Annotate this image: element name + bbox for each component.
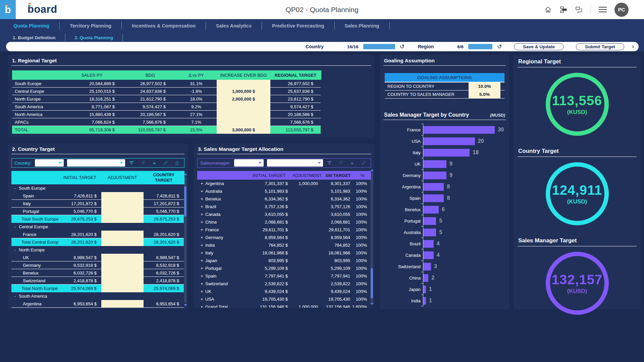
table-row[interactable]: +India 764,852 $ 764,852 100% [197, 241, 371, 249]
country-progress-bar[interactable] [363, 44, 395, 49]
table-row[interactable]: +Canada 3,610,055 $ 3,610,055 100% [197, 210, 371, 218]
scroll-track[interactable] [184, 176, 186, 303]
collapse-icon[interactable]: - [14, 186, 19, 191]
pencil-icon[interactable] [361, 160, 367, 166]
bar[interactable] [423, 126, 495, 134]
scroll-track[interactable] [371, 172, 373, 302]
expand-icon[interactable]: + [201, 266, 205, 271]
table-row[interactable]: South Europe 20,584,889 $ 26,977,502 $ 3… [12, 80, 321, 87]
editable-cell[interactable] [101, 246, 144, 254]
table-row[interactable]: +UK 9,439,024 $ 9,439,024 100% [197, 288, 371, 295]
nav-tab[interactable]: Sales Planning [335, 23, 389, 28]
nav-tab[interactable]: Territory Planning [60, 23, 121, 28]
table-row[interactable]: Germany 8,532,918 $ 8,532,918 $ [11, 261, 184, 269]
table-row[interactable]: -Central Europe [11, 223, 184, 231]
editable-cell[interactable]: 3,000,000 $ [217, 126, 270, 134]
bar[interactable] [423, 160, 446, 168]
user-avatar[interactable]: PC [614, 3, 629, 17]
expand-icon[interactable]: + [201, 181, 205, 186]
table-row[interactable]: Total South Europe 29,675,253 $ 29,675,2… [11, 215, 184, 223]
table-row[interactable]: +China 2,068,681 $ 2,068,681 100% [197, 218, 371, 226]
expand-icon[interactable]: + [201, 189, 205, 194]
editable-cell[interactable] [101, 200, 144, 207]
bar[interactable] [423, 217, 436, 225]
bar[interactable] [423, 229, 436, 236]
table-row[interactable]: South America 8,771,087 $ 9,574,427 $ 9.… [12, 103, 321, 111]
region-refresh-icon[interactable]: ↺ [497, 44, 502, 50]
scroll-down-arrow[interactable] [370, 303, 374, 305]
editable-cell[interactable] [101, 192, 144, 200]
vertical-scrollbar[interactable] [370, 169, 373, 305]
scroll-thumb[interactable] [184, 186, 186, 217]
eraser-icon[interactable] [174, 160, 180, 166]
table-row[interactable]: -South America [11, 292, 184, 300]
table-row[interactable]: UK 8,989,547 $ 8,989,547 $ [11, 254, 184, 261]
bar[interactable] [423, 137, 475, 145]
table-row[interactable]: +USA 19,705,430 $ 19,705,430 100% [197, 295, 371, 303]
nav-tab[interactable]: Sales Analytics [206, 23, 262, 28]
expand-icon[interactable]: + [201, 235, 205, 240]
menu-icon[interactable] [599, 6, 606, 13]
scroll-down-arrow[interactable] [184, 304, 187, 306]
bar[interactable] [423, 183, 444, 191]
salesmanager-filter-select-2[interactable] [267, 159, 323, 167]
editable-cell[interactable] [101, 207, 144, 215]
expand-icon[interactable]: + [201, 204, 205, 209]
table-row[interactable]: +Argentina 7,301,337 $ 1,000,000 8,301,3… [197, 180, 371, 187]
editable-cell[interactable] [101, 285, 144, 292]
bar[interactable] [423, 251, 434, 259]
editable-cell[interactable] [101, 215, 144, 223]
table-row[interactable]: +Brazil 3,757,126 $ 3,757,126 100% [197, 203, 371, 210]
table-row[interactable]: Argentina 6,953,654 $ 6,953,654 $ [11, 300, 184, 308]
table-row[interactable]: +Germany 8,959,564 $ 8,959,564 100% [197, 234, 371, 241]
table-row[interactable]: +Switzerland 2,539,822 $ 2,539,822 100% [197, 280, 371, 288]
editable-cell[interactable] [101, 184, 144, 192]
table-row[interactable]: Switzerland 2,418,878 $ 2,418,878 $ [11, 277, 184, 285]
capsules-flow-icon[interactable] [560, 6, 567, 13]
country-filter-select-1[interactable] [35, 159, 64, 167]
editable-cell[interactable] [101, 300, 144, 308]
nav-tab[interactable]: Quota Planning [3, 23, 59, 28]
bar[interactable] [423, 263, 431, 270]
table-row[interactable]: Central Europe 25,100,015 $ 24,637,836 $… [12, 87, 321, 95]
country-filter-select-2[interactable] [67, 159, 125, 167]
table-row[interactable]: North America 15,880,439 $ 20,186,567 $ … [12, 111, 321, 118]
editable-cell[interactable] [101, 238, 144, 246]
bar[interactable] [423, 286, 426, 293]
save-update-button[interactable]: Save & Update [514, 43, 564, 50]
table-row[interactable]: France 28,201,620 $ 28,201,620 $ [11, 231, 184, 238]
expand-icon[interactable]: + [201, 227, 205, 232]
expand-icon[interactable]: + [201, 297, 205, 302]
table-row[interactable]: +Japan 803,995 $ 803,995 100% [197, 257, 371, 264]
country-refresh-icon[interactable]: ↺ [400, 44, 405, 50]
collapse-icon[interactable]: - [14, 224, 19, 229]
table-row[interactable]: Spain 7,426,611 $ 7,426,611 $ [11, 192, 184, 200]
chat-icon[interactable] [575, 6, 583, 13]
table-row[interactable]: Italy 17,201,872 $ 17,201,872 $ [11, 200, 184, 207]
table-row[interactable]: Total North Europe 25,974,069 $ 25,974,0… [11, 285, 184, 292]
collapse-icon[interactable]: - [14, 294, 19, 299]
bar[interactable] [423, 240, 434, 248]
salesmanager-filter-select-1[interactable] [234, 159, 264, 167]
filter-icon[interactable] [128, 160, 135, 166]
bar[interactable] [423, 172, 446, 179]
editable-cell[interactable] [217, 80, 270, 87]
editable-cell[interactable] [101, 292, 144, 300]
scroll-thumb[interactable] [371, 268, 373, 298]
bar[interactable] [423, 274, 428, 282]
submit-target-button[interactable]: Submit Target [576, 43, 624, 50]
table-row[interactable]: REGION TO COUNTRY 10.0% [385, 82, 504, 90]
undo-icon[interactable]: ↺ [140, 160, 146, 166]
scroll-up-arrow[interactable] [184, 173, 187, 175]
expand-icon[interactable]: + [201, 304, 205, 308]
expand-icon[interactable]: + [201, 243, 205, 248]
table-row[interactable]: North Europe 18,316,251 $ 21,612,790 $ 1… [12, 95, 321, 103]
vertical-scrollbar[interactable] [184, 173, 187, 306]
bar[interactable] [423, 206, 439, 214]
pencil-icon[interactable] [163, 160, 169, 166]
expand-icon[interactable]: + [201, 196, 205, 201]
expand-icon[interactable]: + [201, 289, 205, 294]
editable-cell[interactable] [101, 269, 144, 277]
editable-cell[interactable] [101, 261, 144, 269]
nav-tab[interactable]: Predictive Forecasting [262, 23, 334, 28]
